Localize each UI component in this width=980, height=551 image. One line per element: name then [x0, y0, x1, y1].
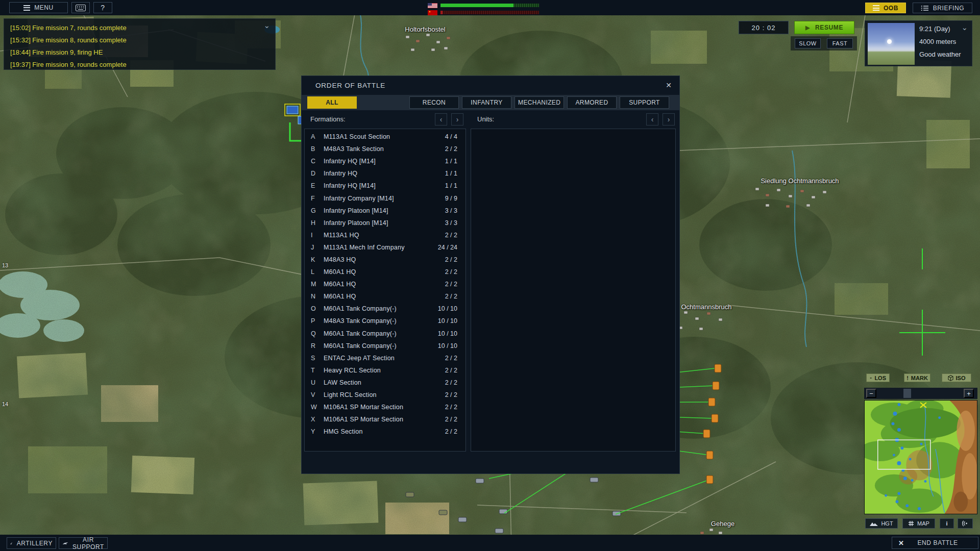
radar-button[interactable]	[958, 518, 973, 529]
formation-count: 2 / 2	[433, 145, 465, 153]
chevron-left-icon: ‹	[440, 115, 443, 123]
chevron-down-icon[interactable]: ⌄	[961, 23, 968, 32]
formation-row[interactable]: L M60A1 HQ 2 / 2	[305, 266, 465, 278]
units-list[interactable]	[471, 129, 676, 452]
ussr-flag-icon	[428, 10, 437, 15]
minus-icon: −	[869, 390, 873, 397]
formation-name: M113A1 Scout Section	[324, 133, 433, 140]
formation-name: LAW Section	[324, 379, 433, 386]
menu-label: MENU	[34, 4, 54, 11]
formation-row[interactable]: T Heavy RCL Section 2 / 2	[305, 364, 465, 377]
formation-id: T	[305, 367, 324, 374]
us-flag-icon	[428, 3, 437, 8]
fast-button[interactable]: FAST	[827, 38, 853, 48]
hotkeys-button[interactable]	[71, 2, 90, 13]
formations-page-prev[interactable]: ‹	[435, 113, 447, 126]
formation-row[interactable]: U LAW Section 2 / 2	[305, 377, 465, 389]
formations-page-next[interactable]: ›	[451, 113, 463, 126]
end-battle-button[interactable]: ✕ END BATTLE	[892, 537, 978, 549]
zoom-in-button[interactable]: +	[964, 389, 974, 398]
formation-id: L	[305, 268, 324, 276]
message-log[interactable]: [15:02] Fire mission 7, rounds complete[…	[4, 18, 276, 70]
formation-row[interactable]: V Light RCL Section 2 / 2	[305, 389, 465, 401]
briefing-label: BRIEFING	[933, 5, 964, 12]
oob-tab[interactable]: ARMORED	[567, 96, 617, 109]
formation-row[interactable]: K M48A3 HQ 2 / 2	[305, 254, 465, 266]
formation-count: 2 / 2	[433, 293, 465, 300]
formation-row[interactable]: B M48A3 Tank Section 2 / 2	[305, 143, 465, 155]
menu-button[interactable]: MENU	[9, 2, 68, 13]
formation-id: H	[305, 219, 324, 227]
slow-button[interactable]: SLOW	[795, 38, 821, 48]
mountain-icon	[870, 521, 878, 526]
oob-tab[interactable]: MECHANIZED	[514, 96, 564, 109]
formation-row[interactable]: S ENTAC Jeep AT Section 2 / 2	[305, 352, 465, 364]
log-message: [15:32] Fire mission 8, rounds complete	[10, 34, 269, 46]
formation-row[interactable]: X M106A1 SP Mortar Section 2 / 2	[305, 413, 465, 425]
formation-row[interactable]: Q M60A1 Tank Company(-) 10 / 10	[305, 328, 465, 340]
map-mode-button[interactable]: MAP	[902, 518, 935, 529]
chevron-down-icon[interactable]: ⌄	[263, 21, 270, 30]
close-icon[interactable]: ✕	[663, 80, 674, 91]
formation-name: Infantry HQ	[324, 170, 433, 177]
chevron-left-icon: ‹	[651, 115, 654, 123]
units-page-next[interactable]: ›	[663, 113, 675, 126]
grid-icon	[908, 520, 914, 527]
formation-row[interactable]: W M106A1 SP Mortar Section 2 / 2	[305, 401, 465, 413]
info-button[interactable]: i	[940, 518, 954, 529]
formation-id: K	[305, 256, 324, 263]
formation-row[interactable]: A M113A1 Scout Section 4 / 4	[305, 131, 465, 143]
artillery-button[interactable]: ARTILLERY	[7, 537, 56, 549]
help-icon: ?	[101, 4, 105, 12]
oob-button[interactable]: OOB	[865, 3, 906, 13]
cube-icon	[948, 375, 953, 381]
artillery-icon	[10, 540, 13, 547]
victory-score-bars	[428, 3, 550, 15]
briefing-button[interactable]: BRIEFING	[913, 3, 972, 13]
formations-label: Formations:	[310, 113, 346, 126]
formation-row[interactable]: P M48A3 Tank Company(-) 10 / 10	[305, 315, 465, 327]
formation-row[interactable]: D Infantry HQ 1 / 1	[305, 167, 465, 180]
mark-button[interactable]: ! MARK	[904, 373, 930, 382]
formation-row[interactable]: M M60A1 HQ 2 / 2	[305, 278, 465, 290]
formation-id: V	[305, 391, 324, 398]
formation-row[interactable]: F Infantry Company [M14] 9 / 9	[305, 192, 465, 204]
zoom-out-button[interactable]: −	[866, 389, 876, 398]
hgt-button[interactable]: HGT	[865, 518, 898, 529]
formation-row[interactable]: N M60A1 HQ 2 / 2	[305, 290, 465, 303]
formation-name: M60A1 Tank Company(-)	[324, 342, 433, 349]
oob-tab[interactable]: INFANTRY	[462, 96, 511, 109]
help-button[interactable]: ?	[93, 2, 112, 13]
formation-row[interactable]: E Infantry HQ [M14] 1 / 1	[305, 180, 465, 192]
minimap[interactable]	[864, 400, 977, 514]
oob-tab[interactable]: SUPPORT	[620, 96, 669, 109]
formation-row[interactable]: I M113A1 HQ 2 / 2	[305, 229, 465, 241]
us-score-bar	[440, 4, 539, 7]
formation-row[interactable]: Y HMG Section 2 / 2	[305, 425, 465, 438]
formation-row[interactable]: C Infantry HQ [M14] 1 / 1	[305, 155, 465, 167]
units-page-prev[interactable]: ‹	[646, 113, 658, 126]
formation-id: S	[305, 355, 324, 362]
los-button[interactable]: LOS	[866, 373, 890, 382]
formation-count: 2 / 2	[433, 379, 465, 386]
formation-row[interactable]: O M60A1 Tank Company(-) 10 / 10	[305, 303, 465, 315]
ussr-score-bar	[440, 11, 539, 14]
list-icon	[921, 5, 929, 11]
air-support-button[interactable]: AIR SUPPORT	[59, 537, 108, 549]
formation-id: A	[305, 133, 324, 140]
oob-tab[interactable]: ALL	[307, 96, 357, 109]
formation-count: 10 / 10	[433, 342, 465, 349]
oob-tab[interactable]: RECON	[409, 96, 459, 109]
formation-name: M113A1 Mech Inf Company	[324, 244, 433, 251]
formation-name: Light RCL Section	[324, 391, 433, 398]
minimap-zoom-slider[interactable]	[864, 388, 977, 399]
resume-button[interactable]: ▶ RESUME	[794, 21, 854, 34]
formation-row[interactable]: R M60A1 Tank Company(-) 10 / 10	[305, 340, 465, 352]
formation-row[interactable]: J M113A1 Mech Inf Company 24 / 24	[305, 241, 465, 254]
formation-name: M60A1 HQ	[324, 293, 433, 300]
jet-icon	[62, 540, 68, 546]
formation-row[interactable]: G Infantry Platoon [M14] 3 / 3	[305, 205, 465, 217]
iso-button[interactable]: ISO	[942, 373, 971, 382]
formation-row[interactable]: H Infantry Platoon [M14] 3 / 3	[305, 217, 465, 229]
zoom-slider-handle[interactable]	[903, 389, 911, 398]
